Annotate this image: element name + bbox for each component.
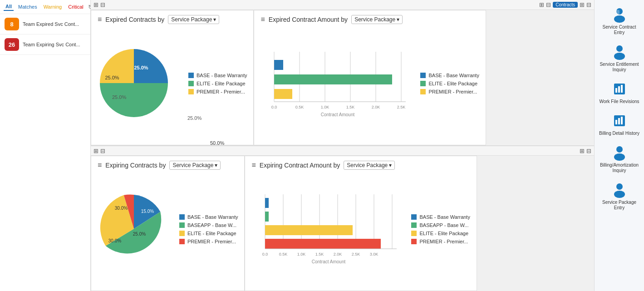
chart1-dropdown-label: Service Package bbox=[171, 16, 212, 23]
service-package-entry-icon bbox=[611, 182, 628, 198]
svg-text:30.0%: 30.0% bbox=[108, 238, 121, 243]
expired-label: Team Expired Svc Cont... bbox=[23, 21, 79, 27]
sidebar-item-billing-history-label: Billing Detail History bbox=[599, 131, 639, 136]
divider-icon-2[interactable]: ⊟ bbox=[100, 148, 105, 154]
svg-rect-60 bbox=[621, 117, 623, 124]
filter-tab-bar: All Matches Warning Critical ↻ bbox=[0, 0, 90, 14]
tab-critical[interactable]: Critical bbox=[66, 3, 85, 10]
svg-rect-56 bbox=[621, 85, 623, 93]
chart2-dropdown[interactable]: Service Package ▾ bbox=[351, 15, 403, 24]
chart1-pie: 25.0% 50.0% 25.0% 25.0% bbox=[98, 47, 170, 121]
svg-rect-35 bbox=[265, 198, 269, 208]
chart1-legend: BASE - Base Warranty ELITE - Elite Packa… bbox=[188, 73, 247, 94]
chart2-title: Expired Contract Amount by bbox=[269, 16, 348, 23]
chart2-header: ≡ Expired Contract Amount by Service Pac… bbox=[261, 15, 479, 24]
chart-expiring-amount: ≡ Expiring Contract Amount by Service Pa… bbox=[245, 156, 477, 291]
expiring-label: Team Expiring Svc Cont... bbox=[23, 42, 80, 47]
grid-icon-3[interactable]: ⊞ bbox=[539, 1, 544, 8]
svg-text:2.5K: 2.5K bbox=[397, 105, 406, 109]
sidebar-item-service-package-entry[interactable]: Service Package Entry bbox=[596, 180, 642, 212]
sidebar-item-service-entitlement[interactable]: Service Entitlement Inquiry bbox=[596, 42, 642, 74]
divider-icon-4[interactable]: ⊟ bbox=[586, 148, 591, 154]
alert-item-expiring[interactable]: 26 Team Expiring Svc Cont... bbox=[0, 35, 90, 55]
svg-text:2.0K: 2.0K bbox=[334, 252, 342, 256]
tab-all[interactable]: All bbox=[4, 3, 14, 11]
chart4-legend: BASE - Base Warranty BASEAPP - Base W...… bbox=[411, 214, 470, 244]
chart3-dropdown[interactable]: Service Package ▾ bbox=[169, 161, 221, 170]
chart4-svg-area: 0.0 0.5K 1.0K 1.5K 2.0K 2.5K 3.0K Contra… bbox=[251, 190, 406, 269]
sidebar-item-billing-amortization-label: Billing/Amortization Inquiry bbox=[599, 163, 639, 173]
svg-text:0.0: 0.0 bbox=[262, 252, 268, 256]
svg-text:Contract Amount: Contract Amount bbox=[321, 112, 355, 117]
svg-rect-36 bbox=[265, 212, 269, 222]
grid-icon-5[interactable]: ⊞ bbox=[580, 1, 585, 8]
svg-point-64 bbox=[614, 191, 625, 198]
chart2-legend: BASE - Base Warranty ELITE - Elite Packa… bbox=[420, 73, 479, 94]
svg-point-51 bbox=[616, 45, 623, 52]
chart4-title: Expiring Contract Amount by bbox=[260, 162, 340, 169]
grid-icon-4[interactable]: ⊟ bbox=[546, 1, 551, 8]
svg-point-52 bbox=[614, 53, 625, 60]
service-entitlement-icon bbox=[611, 44, 628, 60]
svg-point-61 bbox=[616, 146, 623, 153]
divider-icon-3[interactable]: ⊞ bbox=[580, 148, 585, 154]
billing-amortization-icon bbox=[611, 144, 628, 161]
billing-history-icon bbox=[611, 113, 628, 129]
svg-text:1.5K: 1.5K bbox=[346, 105, 355, 109]
svg-text:25.0%: 25.0% bbox=[105, 75, 119, 80]
expiring-badge: 26 bbox=[5, 38, 19, 51]
chart4-dropdown-label: Service Package bbox=[347, 162, 388, 168]
svg-text:50.0%: 50.0% bbox=[210, 140, 224, 145]
grid-icon-6[interactable]: ⊟ bbox=[586, 1, 591, 8]
sidebar-item-billing-amortization[interactable]: Billing/Amortization Inquiry bbox=[596, 143, 642, 175]
svg-text:3.0K: 3.0K bbox=[370, 252, 379, 256]
chart2-menu-icon[interactable]: ≡ bbox=[261, 15, 265, 24]
chart2-svg-area: 0.0 0.5K 1.0K 1.5K 2.0K 2.5K Contract Am… bbox=[261, 47, 415, 120]
svg-rect-59 bbox=[618, 118, 620, 124]
grid-icon-1[interactable]: ⊞ bbox=[93, 1, 98, 8]
chart4-dropdown[interactable]: Service Package ▾ bbox=[344, 161, 395, 170]
divider-row: ⊞ ⊟ ⊞ ⊟ bbox=[91, 146, 594, 156]
chart-expired-by-package: ≡ Expired Contracts by Service Package ▾ bbox=[91, 10, 254, 145]
svg-text:1.0K: 1.0K bbox=[297, 252, 306, 256]
svg-text:0.5K: 0.5K bbox=[279, 252, 288, 256]
chart3-menu-icon[interactable]: ≡ bbox=[98, 161, 102, 169]
contracts-badge[interactable]: Contracts bbox=[553, 2, 578, 8]
svg-text:25.0%: 25.0% bbox=[187, 115, 202, 121]
svg-rect-38 bbox=[265, 239, 381, 249]
chart4-dropdown-arrow: ▾ bbox=[389, 162, 392, 168]
expired-badge: 8 bbox=[5, 18, 19, 30]
svg-rect-13 bbox=[274, 74, 392, 84]
svg-point-62 bbox=[614, 153, 625, 161]
svg-point-49 bbox=[614, 15, 625, 23]
svg-rect-37 bbox=[265, 225, 353, 235]
sidebar-item-work-file-label: Work File Revisions bbox=[599, 99, 639, 104]
top-icon-row: ⊞ ⊟ ⊞ ⊟ Contracts ⊞ ⊟ bbox=[91, 0, 594, 10]
svg-rect-14 bbox=[274, 89, 292, 99]
chart2-bars: 0.0 0.5K 1.0K 1.5K 2.0K 2.5K Contract Am… bbox=[261, 47, 479, 120]
sidebar-item-billing-history[interactable]: Billing Detail History bbox=[596, 111, 642, 138]
svg-text:0.0: 0.0 bbox=[271, 105, 277, 109]
chart1-menu-icon[interactable]: ≡ bbox=[98, 15, 102, 24]
divider-icon-1[interactable]: ⊞ bbox=[93, 148, 98, 154]
svg-text:50.0%: 50.0% bbox=[127, 118, 141, 119]
grid-icon-2[interactable]: ⊟ bbox=[100, 1, 105, 8]
svg-rect-55 bbox=[618, 86, 620, 93]
chart3-body: 15.0% 25.0% 30.0% 30.0% BASE - Base Warr… bbox=[98, 173, 238, 286]
svg-text:1.0K: 1.0K bbox=[321, 105, 329, 109]
chart-expiring-by-package: ≡ Expiring Contracts by Service Package … bbox=[91, 156, 245, 291]
chart1-dropdown[interactable]: Service Package ▾ bbox=[168, 15, 219, 24]
chart4-menu-icon[interactable]: ≡ bbox=[251, 161, 256, 169]
chart3-title: Expiring Contracts by bbox=[105, 162, 166, 169]
sidebar-item-work-file[interactable]: Work File Revisions bbox=[596, 79, 642, 106]
sidebar-item-service-contract-entry[interactable]: Service Contract Entry bbox=[596, 5, 642, 37]
tab-matches[interactable]: Matches bbox=[16, 3, 39, 10]
chart3-dropdown-arrow: ▾ bbox=[215, 162, 217, 168]
svg-text:0.5K: 0.5K bbox=[295, 105, 304, 109]
tab-warning[interactable]: Warning bbox=[42, 3, 64, 10]
chart2-dropdown-arrow: ▾ bbox=[397, 16, 399, 23]
svg-text:2.0K: 2.0K bbox=[372, 105, 380, 109]
chart4-header: ≡ Expiring Contract Amount by Service Pa… bbox=[251, 161, 470, 170]
alert-item-expired[interactable]: 8 Team Expired Svc Cont... bbox=[0, 14, 90, 35]
chart1-title: Expired Contracts by bbox=[105, 16, 164, 23]
